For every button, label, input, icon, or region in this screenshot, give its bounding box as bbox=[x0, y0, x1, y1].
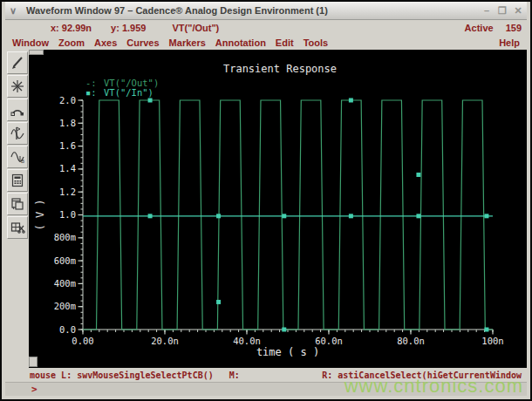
window-menu-chevron-icon[interactable]: ∨ bbox=[5, 5, 21, 17]
titlebar[interactable]: ∨ Waveform Window 97 – Cadence® Analog D… bbox=[5, 2, 527, 20]
y-tick-label: 1.6 bbox=[59, 140, 76, 151]
cursor-readout-row: x: 92.99n y: 1.959 VT("/Out") Active 159 bbox=[5, 20, 527, 35]
plot-area: 0.0020.0n40.0n60.0n80.0n100n0.0200m400m6… bbox=[29, 50, 527, 368]
data-point-marker bbox=[148, 99, 153, 103]
legend-swatch: ▪: bbox=[85, 87, 97, 98]
menu-markers[interactable]: Markers bbox=[169, 37, 206, 48]
menu-edit[interactable]: Edit bbox=[276, 37, 294, 48]
subwindow-cut-icon bbox=[10, 220, 25, 235]
copy-window-icon bbox=[10, 196, 25, 212]
waveform-plot[interactable]: 0.0020.0n40.0n60.0n80.0n100n0.0200m400m6… bbox=[29, 50, 527, 368]
legend-label: VT("/In") bbox=[104, 87, 153, 98]
menu-window[interactable]: Window bbox=[12, 37, 49, 48]
menu-curves[interactable]: Curves bbox=[126, 37, 159, 48]
calculator-button[interactable] bbox=[7, 169, 28, 192]
data-point-marker bbox=[349, 214, 353, 218]
menu-tools[interactable]: Tools bbox=[304, 37, 329, 48]
data-point-marker bbox=[484, 328, 488, 332]
mouse-middle-binding: M: bbox=[229, 370, 240, 380]
calculator-icon bbox=[10, 173, 25, 188]
active-label: Active bbox=[465, 23, 494, 33]
waveform-window: ∨ Waveform Window 97 – Cadence® Analog D… bbox=[0, 0, 532, 401]
vert-marker-button[interactable] bbox=[7, 122, 28, 145]
strip-mode-button[interactable] bbox=[7, 99, 28, 121]
data-point-marker bbox=[349, 99, 353, 103]
data-point-marker bbox=[216, 300, 221, 304]
y-axis-title: ( V ) bbox=[34, 199, 46, 230]
y-tick-label: 600m bbox=[54, 255, 76, 266]
x-tick-label: 60.0n bbox=[315, 336, 343, 346]
command-prompt: > bbox=[31, 384, 38, 395]
data-point-marker bbox=[282, 214, 286, 218]
zoom-fit-button[interactable] bbox=[7, 75, 28, 98]
maximize-button[interactable]: ❐ bbox=[497, 5, 508, 17]
x-axis-title: time ( s ) bbox=[256, 346, 319, 358]
data-point-marker bbox=[148, 214, 153, 218]
y-tick-label: 1.0 bbox=[59, 209, 76, 220]
data-point-marker bbox=[484, 214, 488, 218]
active-count: 159 bbox=[506, 23, 522, 33]
x-tick-label: 20.0n bbox=[151, 336, 179, 346]
zoom-fit-star-icon bbox=[10, 78, 25, 94]
x-tick-label: 80.0n bbox=[397, 336, 425, 346]
scroll-stub-top[interactable] bbox=[29, 50, 44, 55]
window-controls: – ❐ ✕ bbox=[481, 5, 527, 17]
menu-zoom[interactable]: Zoom bbox=[58, 37, 85, 48]
data-point-marker bbox=[416, 173, 420, 177]
data-point-marker bbox=[282, 328, 286, 332]
cursor-x-readout: x: 92.99n bbox=[51, 23, 92, 33]
y-tick-label: 1.2 bbox=[59, 187, 76, 197]
mouse-left-binding: mouse L: swvMouseSingleSelectPtCB() bbox=[30, 370, 214, 380]
menubar-items: WindowZoomAxesCurvesMarkersAnnotationEdi… bbox=[12, 37, 328, 48]
subwindow-cut-button[interactable] bbox=[7, 216, 28, 239]
probe-pen-icon bbox=[10, 55, 25, 71]
probe-pen-button[interactable] bbox=[7, 51, 28, 74]
cursor-y-readout: y: 1.959 bbox=[111, 23, 146, 33]
menu-help[interactable]: Help bbox=[499, 37, 527, 48]
menu-axes[interactable]: Axes bbox=[94, 37, 117, 48]
x-tick-label: 100n bbox=[481, 336, 503, 346]
trace-out bbox=[83, 100, 493, 330]
window-title: Waveform Window 97 – Cadence® Analog Des… bbox=[21, 5, 481, 16]
y-tick-label: 2.0 bbox=[59, 95, 76, 105]
mouse-bindings-statusbar: mouse L: swvMouseSingleSelectPtCB() M: R… bbox=[5, 368, 527, 382]
minimize-button[interactable]: – bbox=[481, 5, 492, 17]
y-tick-label: 800m bbox=[54, 232, 76, 242]
scroll-stub-bottom[interactable] bbox=[29, 357, 38, 367]
y-tick-label: 200m bbox=[54, 301, 76, 311]
menubar: WindowZoomAxesCurvesMarkersAnnotationEdi… bbox=[5, 35, 527, 50]
y-tick-label: 1.8 bbox=[59, 118, 76, 128]
x-tick-label: 0.00 bbox=[72, 336, 93, 346]
x-tick-label: 40.0n bbox=[233, 336, 261, 346]
strip-mode-icon bbox=[10, 102, 25, 118]
command-prompt-row[interactable]: > bbox=[5, 382, 527, 396]
waveform-b-button[interactable]: B bbox=[7, 146, 28, 168]
left-toolbar: B bbox=[5, 50, 29, 368]
plot-title: Transient Response bbox=[223, 63, 337, 75]
y-tick-label: 0.0 bbox=[59, 324, 76, 335]
data-point-marker bbox=[416, 214, 420, 218]
data-point-marker bbox=[216, 214, 221, 218]
vert-marker-icon bbox=[10, 126, 25, 141]
y-tick-label: 400m bbox=[54, 278, 76, 289]
waveform-b-icon: B bbox=[10, 149, 25, 165]
svg-text:B: B bbox=[21, 159, 24, 164]
close-button[interactable]: ✕ bbox=[513, 5, 523, 17]
y-tick-label: 1.4 bbox=[59, 163, 76, 173]
mouse-right-binding: R: astiCancelSelect(hiGetCurrentWindow bbox=[322, 370, 522, 380]
menu-annotation[interactable]: Annotation bbox=[215, 37, 266, 48]
copy-window-button[interactable] bbox=[7, 193, 28, 215]
main-area: B bbox=[5, 50, 527, 368]
selected-trace-readout: VT("/Out") bbox=[172, 23, 219, 33]
